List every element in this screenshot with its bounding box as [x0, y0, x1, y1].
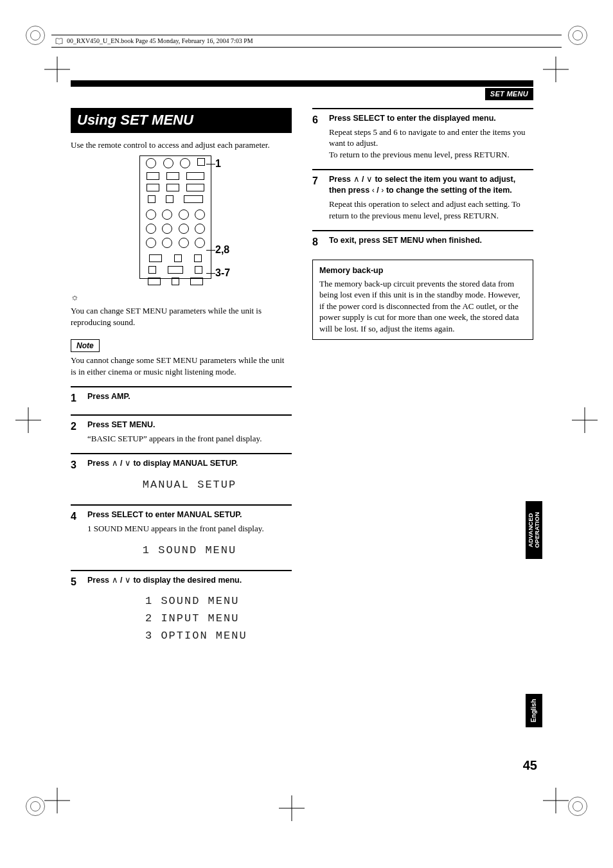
remote-control-figure: 1 2,8 3-7 [120, 155, 242, 284]
page-number: 45 [523, 757, 537, 774]
memo-title: Memory back-up [319, 265, 526, 276]
step-head: Press ∧ / ∨ to select the item you want … [329, 174, 533, 196]
lcd-display: 2 INPUT MENU [87, 612, 292, 626]
step-body-text: “BASIC SETUP” appears in the front panel… [87, 433, 292, 445]
left-icon: ‹ [372, 186, 375, 195]
step-2: 2 Press SET MENU. “BASIC SETUP” appears … [71, 414, 292, 444]
step-body-text: Repeat steps 5 and 6 to navigate to and … [329, 127, 533, 149]
up-icon: ∧ [353, 175, 360, 184]
step-head: Press ∧ / ∨ to display MANUAL SETUP. [87, 458, 292, 469]
lcd-display: 3 OPTION MENU [87, 629, 292, 644]
callout-28: 2,8 [215, 243, 229, 257]
step-3: 3 Press ∧ / ∨ to display MANUAL SETUP. M… [71, 453, 292, 495]
page-title: Using SET MENU [71, 108, 292, 133]
step-number: 4 [71, 509, 87, 560]
step-head: Press SELECT to enter MANUAL SETUP. [87, 509, 292, 520]
step-head: Press ∧ / ∨ to display the desired menu. [87, 575, 292, 586]
tip-bulb-icon: ☼ [71, 292, 292, 304]
section-divider-bar [71, 80, 533, 87]
memory-backup-box: Memory back-up The memory back-up circui… [312, 260, 533, 341]
step-8: 8 To exit, press SET MENU when finished. [312, 230, 533, 249]
note-text: You cannot change some SET MENU paramete… [71, 355, 292, 377]
lcd-display: MANUAL SETUP [87, 478, 292, 493]
down-icon: ∨ [366, 175, 373, 184]
note-label: Note [71, 339, 100, 352]
lcd-display: 1 SOUND MENU [87, 544, 292, 558]
tip-text: You can change SET MENU parameters while… [71, 305, 292, 328]
up-icon: ∧ [112, 459, 118, 468]
up-icon: ∧ [112, 576, 118, 585]
callout-1: 1 [215, 157, 221, 171]
book-icon [55, 38, 63, 44]
step-number: 7 [312, 174, 329, 221]
step-6: 6 Press SELECT to enter the displayed me… [312, 108, 533, 161]
step-number: 8 [312, 235, 329, 249]
print-header: 00_RXV450_U_EN.book Page 45 Monday, Febr… [51, 35, 562, 48]
step-1: 1 Press AMP. [71, 386, 292, 405]
header-filename: 00_RXV450_U_EN.book Page 45 Monday, Febr… [67, 37, 253, 46]
step-head: Press SELECT to enter the displayed menu… [329, 113, 533, 124]
callout-37: 3-7 [215, 266, 230, 280]
step-head: Press AMP. [87, 391, 292, 402]
step-number: 5 [71, 575, 87, 647]
step-body-text: Repeat this operation to select and adju… [329, 199, 533, 221]
step-5: 5 Press ∧ / ∨ to display the desired men… [71, 570, 292, 647]
step-number: 1 [71, 391, 87, 405]
step-body-text: 1 SOUND MENU appears in the front panel … [87, 523, 292, 535]
lcd-display: 1 SOUND MENU [87, 594, 292, 609]
step-number: 2 [71, 420, 87, 444]
step-number: 3 [71, 458, 87, 495]
step-head: Press SET MENU. [87, 420, 292, 430]
step-head: To exit, press SET MENU when finished. [329, 235, 533, 246]
side-tab-advanced-operation: ADVANCEDOPERATION [526, 501, 542, 559]
down-icon: ∨ [125, 576, 131, 585]
step-7: 7 Press ∧ / ∨ to select the item you wan… [312, 169, 533, 221]
section-tag: SET MENU [485, 88, 533, 100]
memo-text: The memory back-up circuit prevents the … [319, 278, 526, 335]
step-number: 6 [312, 113, 329, 161]
intro-text: Use the remote control to access and adj… [71, 139, 292, 151]
side-tab-english: English [526, 694, 542, 727]
step-body-text: To return to the previous menu level, pr… [329, 149, 533, 161]
step-4: 4 Press SELECT to enter MANUAL SETUP. 1 … [71, 504, 292, 560]
down-icon: ∨ [125, 459, 131, 468]
